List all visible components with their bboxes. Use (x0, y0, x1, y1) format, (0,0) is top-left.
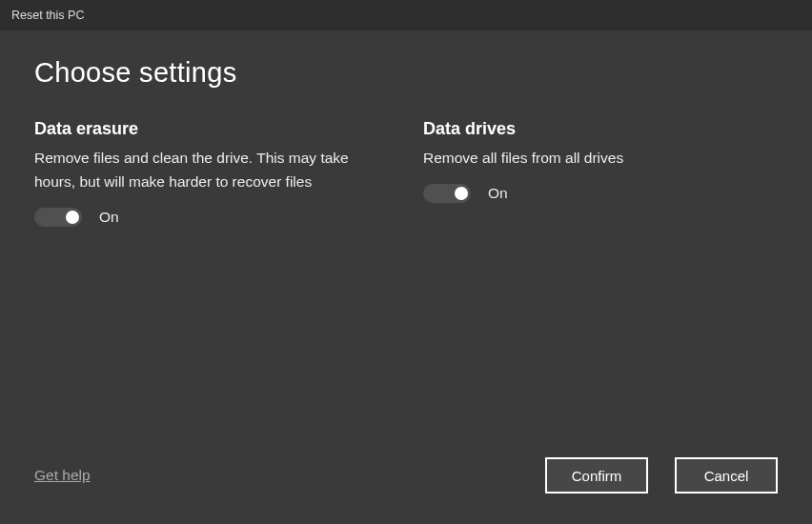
content-area: Choose settings Data erasure Remove file… (0, 30, 812, 524)
setting-heading-erasure: Data erasure (34, 119, 387, 139)
toggle-row-erasure: On (34, 208, 387, 227)
toggle-data-drives[interactable] (423, 184, 471, 203)
settings-row: Data erasure Remove files and clean the … (34, 119, 778, 227)
setting-data-drives: Data drives Remove all files from all dr… (423, 119, 776, 227)
page-title: Choose settings (34, 57, 778, 89)
setting-heading-drives: Data drives (423, 119, 776, 139)
cancel-button[interactable]: Cancel (675, 457, 778, 494)
toggle-row-drives: On (423, 184, 776, 203)
get-help-link[interactable]: Get help (34, 467, 91, 484)
footer: Get help Confirm Cancel (34, 457, 778, 524)
confirm-button[interactable]: Confirm (545, 457, 648, 494)
setting-description-erasure: Remove files and clean the drive. This m… (34, 147, 387, 194)
toggle-label-erasure: On (99, 209, 119, 226)
toggle-thumb-icon (455, 187, 468, 200)
toggle-data-erasure[interactable] (34, 208, 82, 227)
window-title: Reset this PC (11, 9, 84, 22)
titlebar: Reset this PC (0, 0, 812, 30)
toggle-thumb-icon (66, 211, 79, 224)
setting-data-erasure: Data erasure Remove files and clean the … (34, 119, 387, 227)
setting-description-drives: Remove all files from all drives (423, 147, 776, 171)
button-row: Confirm Cancel (545, 457, 778, 494)
toggle-label-drives: On (488, 185, 508, 202)
